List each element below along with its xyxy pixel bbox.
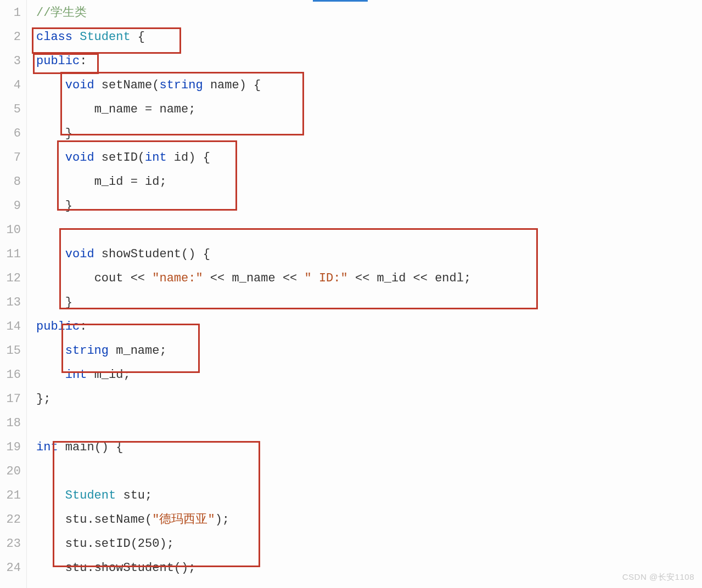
code-token: setID bbox=[94, 537, 131, 551]
code-token: void bbox=[65, 247, 94, 261]
code-line: 9 } bbox=[0, 194, 702, 218]
code-token: (); bbox=[174, 561, 196, 575]
code-content: int m_id; bbox=[26, 363, 131, 387]
code-token: ; bbox=[159, 175, 166, 189]
line-number: 17 bbox=[0, 387, 26, 411]
line-number: 6 bbox=[0, 122, 26, 146]
code-token: ( bbox=[131, 537, 138, 551]
code-token: class bbox=[36, 30, 72, 44]
code-content: m_id = id; bbox=[26, 170, 167, 194]
code-token: void bbox=[65, 78, 94, 92]
line-number: 20 bbox=[0, 460, 26, 484]
code-line: 21 Student stu; bbox=[0, 484, 702, 508]
code-token bbox=[36, 489, 65, 502]
code-line: 8 m_id = id; bbox=[0, 170, 702, 194]
code-content: //学生类 bbox=[26, 1, 87, 25]
code-line: 16 int m_id; bbox=[0, 363, 702, 387]
code-line: 19int main() { bbox=[0, 436, 702, 460]
code-token: << bbox=[348, 272, 377, 285]
code-line: 20 bbox=[0, 460, 702, 484]
code-token: m_id bbox=[377, 272, 406, 285]
code-token bbox=[94, 247, 102, 261]
code-token: m_id bbox=[94, 175, 123, 189]
csdn-watermark: CSDN @长安1108 bbox=[622, 572, 694, 583]
line-number: 18 bbox=[0, 411, 26, 436]
code-line: 3public: bbox=[0, 49, 702, 74]
line-number: 3 bbox=[0, 49, 26, 74]
code-line: 2class Student { bbox=[0, 25, 702, 49]
code-line: 14public: bbox=[0, 315, 702, 339]
code-token: "德玛西亚" bbox=[152, 513, 215, 527]
line-number: 24 bbox=[0, 556, 26, 580]
code-line: 13 } bbox=[0, 291, 702, 315]
code-token: << bbox=[276, 272, 305, 285]
code-token: m_name bbox=[94, 103, 138, 116]
code-token: int bbox=[36, 440, 58, 454]
code-token: public bbox=[36, 320, 80, 333]
code-token: ( bbox=[152, 78, 159, 92]
code-content: public: bbox=[26, 315, 87, 339]
code-content: cout << "name:" << m_name << " ID:" << m… bbox=[26, 267, 471, 291]
code-content: } bbox=[26, 122, 72, 146]
code-line: 12 cout << "name:" << m_name << " ID:" <… bbox=[0, 267, 702, 291]
code-content: stu.setName("德玛西亚"); bbox=[26, 508, 229, 532]
code-line: 7 void setID(int id) { bbox=[0, 146, 702, 170]
code-token bbox=[94, 151, 102, 165]
code-token: Student bbox=[65, 489, 116, 502]
code-token bbox=[58, 440, 65, 454]
code-line: 6 } bbox=[0, 122, 702, 146]
code-token: m_name bbox=[232, 272, 275, 285]
code-token: " ID:" bbox=[305, 272, 348, 285]
code-token: } bbox=[36, 127, 72, 140]
code-token: } bbox=[36, 296, 72, 309]
code-token: ); bbox=[159, 537, 173, 551]
code-token: endl bbox=[435, 272, 464, 285]
code-token bbox=[87, 368, 94, 382]
code-token bbox=[109, 344, 116, 358]
code-token: "name:" bbox=[152, 272, 203, 285]
code-token: setID bbox=[102, 151, 138, 165]
code-token bbox=[36, 175, 94, 189]
code-token: ; bbox=[188, 103, 195, 116]
code-content: } bbox=[26, 291, 72, 315]
code-token: ; bbox=[145, 489, 152, 502]
code-content: }; bbox=[26, 387, 50, 411]
code-token: id bbox=[174, 151, 188, 165]
code-line: 4 void setName(string name) { bbox=[0, 74, 702, 98]
code-token: int bbox=[65, 368, 87, 382]
line-number: 19 bbox=[0, 436, 26, 460]
code-token: showStudent bbox=[102, 247, 181, 261]
code-token: = bbox=[123, 175, 145, 189]
code-token: } bbox=[36, 199, 72, 213]
code-token: stu bbox=[65, 513, 87, 527]
line-number: 10 bbox=[0, 218, 26, 242]
line-number: 9 bbox=[0, 194, 26, 218]
line-number: 22 bbox=[0, 508, 26, 532]
code-token: setName bbox=[102, 78, 152, 92]
line-number: 4 bbox=[0, 74, 26, 98]
code-token: int bbox=[145, 151, 167, 165]
code-token bbox=[167, 151, 174, 165]
line-number: 2 bbox=[0, 25, 26, 49]
code-token bbox=[36, 272, 94, 285]
code-token: = bbox=[138, 103, 160, 116]
code-content: Student stu; bbox=[26, 484, 152, 508]
line-number: 11 bbox=[0, 242, 26, 267]
code-token bbox=[36, 513, 65, 527]
code-line: 10 bbox=[0, 218, 702, 242]
code-token: //学生类 bbox=[36, 6, 87, 20]
code-token bbox=[36, 247, 65, 261]
code-editor: 1//学生类2class Student {3public:4 void set… bbox=[0, 0, 702, 588]
code-token: Student bbox=[80, 30, 130, 44]
line-number: 8 bbox=[0, 170, 26, 194]
code-token bbox=[36, 368, 65, 382]
code-token: : bbox=[80, 54, 87, 68]
code-token bbox=[36, 78, 65, 92]
code-token: m_name bbox=[116, 344, 159, 358]
code-token: public bbox=[36, 54, 80, 68]
code-token: () { bbox=[181, 247, 210, 261]
code-line: 11 void showStudent() { bbox=[0, 242, 702, 267]
code-line: 22 stu.setName("德玛西亚"); bbox=[0, 508, 702, 532]
code-token: ( bbox=[145, 513, 152, 527]
code-line: 23 stu.setID(250); bbox=[0, 532, 702, 556]
